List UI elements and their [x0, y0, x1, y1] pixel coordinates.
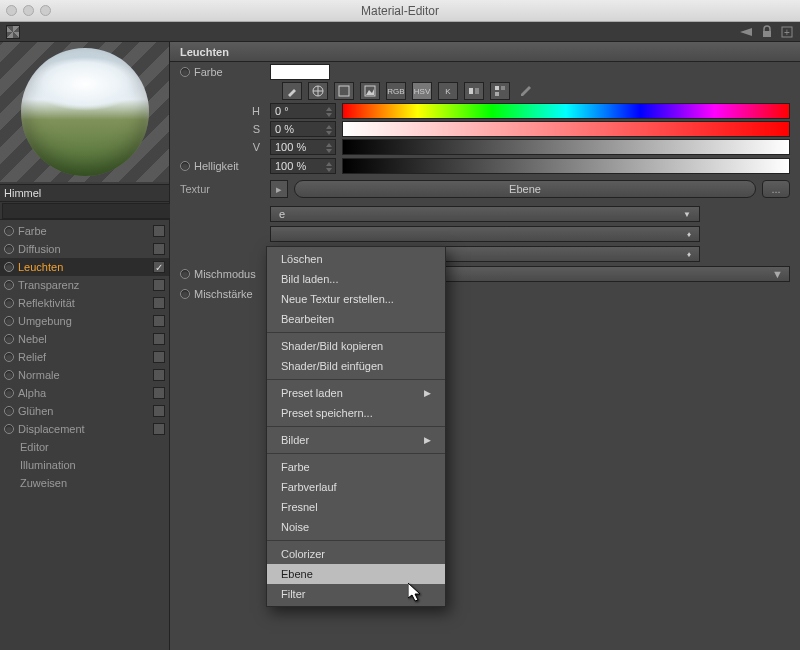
menu-item-fresnel[interactable]: Fresnel [267, 497, 445, 517]
channel-checkbox[interactable] [153, 333, 165, 345]
channel-nebel[interactable]: Nebel [0, 330, 169, 348]
channel-glühen[interactable]: Glühen [0, 402, 169, 420]
spectrum-icon[interactable] [334, 82, 354, 100]
value-slider[interactable] [342, 139, 790, 155]
textur-menu-trigger[interactable]: ▸ [270, 180, 288, 198]
channel-alpha[interactable]: Alpha [0, 384, 169, 402]
channel-checkbox[interactable] [153, 297, 165, 309]
material-preview[interactable] [0, 42, 169, 182]
h-label: H [180, 105, 270, 117]
menu-item-farbverlauf[interactable]: Farbverlauf [267, 477, 445, 497]
menu-item-colorizer[interactable]: Colorizer [267, 544, 445, 564]
menu-item-l-schen[interactable]: Löschen [267, 249, 445, 269]
channel-reflektivität[interactable]: Reflektivität [0, 294, 169, 312]
hue-slider[interactable] [342, 103, 790, 119]
menu-item-label: Preset speichern... [281, 407, 373, 419]
menu-item-farbe[interactable]: Farbe [267, 457, 445, 477]
textur-browse-button[interactable]: ... [762, 180, 790, 198]
channel-checkbox[interactable] [153, 315, 165, 327]
textur-context-menu[interactable]: LöschenBild laden...Neue Textur erstelle… [266, 246, 446, 607]
hidden-combo-1[interactable]: e ▼ [270, 206, 700, 222]
svg-marker-0 [740, 28, 752, 36]
channel-checkbox[interactable] [153, 423, 165, 435]
sidebar: Himmel ▸ FarbeDiffusionLeuchten✓Transpar… [0, 42, 170, 650]
image-picker-icon[interactable] [360, 82, 380, 100]
menu-item-preset-speichern-[interactable]: Preset speichern... [267, 403, 445, 423]
channel-diffusion[interactable]: Diffusion [0, 240, 169, 258]
back-arrow-icon[interactable] [736, 26, 754, 38]
channel-label: Leuchten [18, 261, 63, 273]
panel-title: Leuchten [170, 42, 800, 62]
menu-item-label: Löschen [281, 253, 323, 265]
subchannel-label: Editor [20, 441, 49, 453]
channel-farbe[interactable]: Farbe [0, 222, 169, 240]
channel-umgebung[interactable]: Umgebung [0, 312, 169, 330]
menu-item-shader-bild-einf-gen[interactable]: Shader/Bild einfügen [267, 356, 445, 376]
search-input[interactable] [2, 203, 177, 219]
textur-button[interactable]: Ebene [294, 180, 756, 198]
menu-item-label: Filter [281, 588, 305, 600]
kelvin-mode-button[interactable]: K [438, 82, 458, 100]
channel-bullet-icon [4, 226, 14, 236]
material-chip-icon[interactable] [6, 25, 20, 39]
menu-separator [267, 379, 445, 380]
channel-checkbox[interactable] [153, 369, 165, 381]
pencil-icon[interactable] [516, 82, 536, 100]
subchannel-editor[interactable]: Editor [0, 438, 169, 456]
channel-displacement[interactable]: Displacement [0, 420, 169, 438]
channel-checkbox[interactable]: ✓ [153, 261, 165, 273]
swatches-icon[interactable] [490, 82, 510, 100]
lock-icon[interactable] [760, 25, 774, 39]
chevron-down-icon: ▼ [683, 210, 691, 219]
channel-normale[interactable]: Normale [0, 366, 169, 384]
v-value-input[interactable]: 100 % [270, 139, 336, 155]
channel-leuchten[interactable]: Leuchten✓ [0, 258, 169, 276]
subchannel-zuweisen[interactable]: Zuweisen [0, 474, 169, 492]
hidden-numeric-1[interactable]: ♦ [270, 226, 700, 242]
channel-checkbox[interactable] [153, 405, 165, 417]
menu-item-bearbeiten[interactable]: Bearbeiten [267, 309, 445, 329]
hsv-mode-button[interactable]: HSV [412, 82, 432, 100]
chevron-down-icon: ▼ [772, 268, 783, 280]
menu-item-filter[interactable]: Filter [267, 584, 445, 604]
channel-bullet-icon [4, 388, 14, 398]
channel-checkbox[interactable] [153, 225, 165, 237]
channel-checkbox[interactable] [153, 243, 165, 255]
menu-item-ebene[interactable]: Ebene [267, 564, 445, 584]
menu-item-label: Bearbeiten [281, 313, 334, 325]
channel-label: Reflektivität [18, 297, 75, 309]
eyedropper-icon[interactable] [282, 82, 302, 100]
color-swatch[interactable] [270, 64, 330, 80]
menu-item-preset-laden[interactable]: Preset laden▶ [267, 383, 445, 403]
menu-item-label: Farbe [281, 461, 310, 473]
channel-checkbox[interactable] [153, 279, 165, 291]
menu-item-neue-textur-erstellen-[interactable]: Neue Textur erstellen... [267, 289, 445, 309]
h-value-input[interactable]: 0 ° [270, 103, 336, 119]
menu-item-bild-laden-[interactable]: Bild laden... [267, 269, 445, 289]
submenu-arrow-icon: ▶ [424, 388, 431, 398]
subchannel-illumination[interactable]: Illumination [0, 456, 169, 474]
saturation-slider[interactable] [342, 121, 790, 137]
menu-item-noise[interactable]: Noise [267, 517, 445, 537]
menu-item-bilder[interactable]: Bilder▶ [267, 430, 445, 450]
menu-item-label: Bilder [281, 434, 309, 446]
menu-item-label: Neue Textur erstellen... [281, 293, 394, 305]
mixer-icon[interactable] [464, 82, 484, 100]
channel-label: Transparenz [18, 279, 79, 291]
channel-transparenz[interactable]: Transparenz [0, 276, 169, 294]
channel-relief[interactable]: Relief [0, 348, 169, 366]
s-value-input[interactable]: 0 % [270, 121, 336, 137]
brightness-value-input[interactable]: 100 % [270, 158, 336, 174]
channel-bullet-icon [4, 370, 14, 380]
rgb-mode-button[interactable]: RGB [386, 82, 406, 100]
channel-bullet-icon [4, 406, 14, 416]
channel-checkbox[interactable] [153, 351, 165, 363]
channel-checkbox[interactable] [153, 387, 165, 399]
channel-bullet-icon [4, 262, 14, 272]
color-wheel-icon[interactable] [308, 82, 328, 100]
menu-item-shader-bild-kopieren[interactable]: Shader/Bild kopieren [267, 336, 445, 356]
svg-rect-13 [475, 88, 479, 94]
expand-icon[interactable]: + [780, 25, 794, 39]
brightness-slider[interactable] [342, 158, 790, 174]
material-name-field[interactable]: Himmel [0, 184, 169, 202]
